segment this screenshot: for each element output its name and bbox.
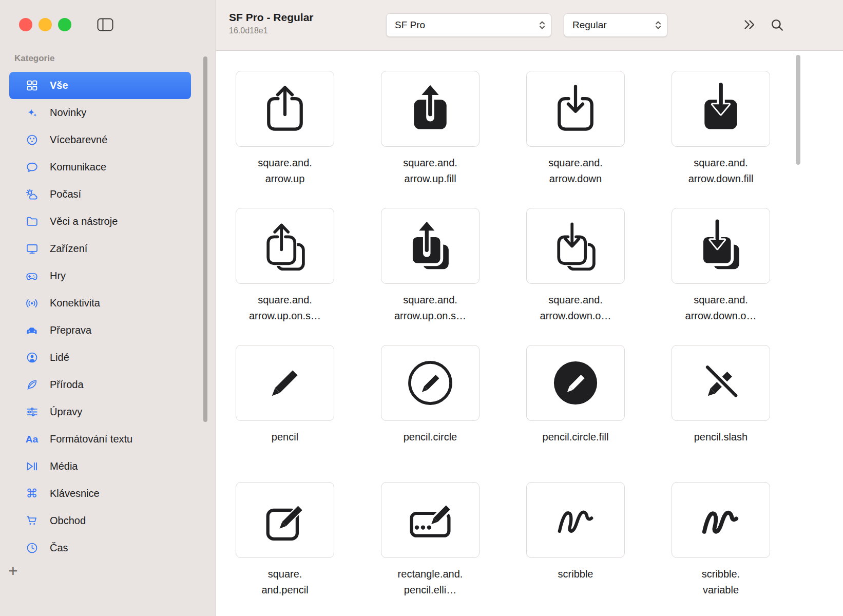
symbol-cell-square-and-arrow-up-on-square-fill[interactable]: square.and.arrow.up.on.s…	[381, 208, 480, 345]
search-button[interactable]	[770, 18, 784, 34]
sidebar-item-label: Přeprava	[50, 324, 91, 336]
sidebar-item-konektivita[interactable]: Konektivita	[9, 290, 191, 317]
multicolor-icon	[23, 131, 41, 149]
symbol-preview	[381, 71, 480, 147]
sidebar-item-veci-a-nastroje[interactable]: Věci a nástroje	[9, 208, 191, 235]
sidebar-item-zarizeni[interactable]: Zařízení	[9, 235, 191, 262]
symbol-cell-square-and-arrow-down[interactable]: square.and.arrow.down	[526, 71, 625, 208]
symbol-preview	[672, 208, 770, 284]
clock-icon	[23, 540, 41, 557]
sidebar-item-novinky[interactable]: Novinky	[9, 99, 191, 126]
square-and-arrow-up-on-square-fill-icon	[404, 219, 457, 273]
square-and-arrow-up-icon	[258, 82, 312, 136]
symbol-preview	[381, 482, 480, 558]
gamecontroller-icon	[23, 267, 41, 285]
symbol-preview	[236, 345, 334, 421]
sidebar-item-label: Čas	[50, 542, 68, 554]
popup-stepper-icon	[655, 20, 662, 30]
sidebar-item-label: Formátování textu	[50, 433, 132, 445]
symbol-cell-square-and-arrow-down-on-square-fill[interactable]: square.and.arrow.down.o…	[672, 208, 770, 345]
symbol-cell-scribble[interactable]: scribble	[526, 482, 625, 616]
play-bars-icon	[23, 458, 41, 475]
symbol-cell-pencil-circle-fill[interactable]: pencil.circle.fill	[526, 345, 625, 482]
sidebar-item-label: Počasí	[50, 188, 81, 200]
textformat-icon: Aa	[23, 431, 41, 448]
pencil-icon	[258, 356, 312, 410]
scribble-variable-icon	[694, 493, 748, 547]
minimize-button[interactable]	[39, 18, 52, 31]
symbol-grid: square.and.arrow.up square.and.arrow.up.…	[216, 51, 843, 616]
symbol-cell-square-and-arrow-up-fill[interactable]: square.and.arrow.up.fill	[381, 71, 480, 208]
popup-stepper-icon	[539, 20, 546, 30]
version-subtitle: 16.0d18e1	[229, 26, 314, 35]
sidebar-item-vse[interactable]: Vše	[9, 72, 191, 99]
sidebar-item-formatovani-textu[interactable]: Aa Formátování textu	[9, 426, 191, 453]
square-grid-2x2-icon	[23, 77, 41, 94]
symbol-preview	[672, 482, 770, 558]
sidebar-item-label: Zařízení	[50, 243, 87, 255]
symbol-preview	[526, 208, 625, 284]
sidebar-item-klavesnice[interactable]: ⌘ Klávesnice	[9, 480, 191, 507]
sidebar-item-label: Úpravy	[50, 406, 82, 418]
close-button[interactable]	[19, 18, 32, 31]
symbol-name: square.and.arrow.up	[236, 155, 334, 187]
symbol-name: pencil.circle	[381, 429, 480, 445]
page-title: SF Pro - Regular	[229, 11, 314, 24]
main-area: SF Pro - Regular 16.0d18e1 SF Pro Regula…	[216, 0, 843, 616]
zoom-button[interactable]	[58, 18, 71, 31]
sidebar-section-title: Kategorie	[14, 53, 54, 64]
symbol-cell-square-and-pencil[interactable]: square.and.pencil	[236, 482, 334, 616]
sidebar-item-obchod[interactable]: Obchod	[9, 507, 191, 534]
sidebar-item-cas[interactable]: Čas	[9, 534, 191, 562]
sidebar-item-upravy[interactable]: Úpravy	[9, 398, 191, 426]
traffic-lights	[19, 18, 71, 31]
add-button[interactable]: +	[8, 563, 18, 579]
symbol-name: square.and.arrow.up.on.s…	[236, 292, 334, 324]
square-and-arrow-down-icon	[549, 82, 602, 136]
square-and-arrow-down-on-square-icon	[549, 219, 602, 273]
sidebar-toggle-button[interactable]	[97, 18, 113, 33]
folder-icon	[23, 213, 41, 230]
symbol-cell-square-and-arrow-up[interactable]: square.and.arrow.up	[236, 71, 334, 208]
symbol-cell-square-and-arrow-down-on-square[interactable]: square.and.arrow.down.o…	[526, 208, 625, 345]
sidebar-item-preprava[interactable]: Přeprava	[9, 317, 191, 344]
symbol-cell-scribble-variable[interactable]: scribble.variable	[672, 482, 770, 616]
symbol-cell-rectangle-and-pencil-ellipsis[interactable]: rectangle.and.pencil.elli…	[381, 482, 480, 616]
sidebar-item-label: Konektivita	[50, 297, 100, 309]
sidebar-item-vicebarevne[interactable]: Vícebarevné	[9, 126, 191, 153]
cloud-sun-icon	[23, 186, 41, 203]
sidebar-item-pocasi[interactable]: Počasí	[9, 181, 191, 208]
symbol-name: scribble	[526, 566, 625, 582]
search-icon	[770, 18, 784, 32]
rectangle-and-pencil-ellipsis-icon	[404, 493, 457, 547]
symbol-cell-pencil-circle[interactable]: pencil.circle	[381, 345, 480, 482]
car-icon	[23, 322, 41, 339]
symbol-cell-square-and-arrow-down-fill[interactable]: square.and.arrow.down.fill	[672, 71, 770, 208]
symbol-cell-square-and-arrow-up-on-square[interactable]: square.and.arrow.up.on.s…	[236, 208, 334, 345]
symbol-name: rectangle.and.pencil.elli…	[381, 566, 480, 598]
symbol-preview	[236, 71, 334, 147]
sidebar-item-hry[interactable]: Hry	[9, 262, 191, 290]
symbol-preview	[381, 208, 480, 284]
symbol-preview	[236, 208, 334, 284]
symbol-name: square.and.arrow.up.on.s…	[381, 292, 480, 324]
symbol-name: square.and.arrow.down.fill	[672, 155, 770, 187]
sidebar-item-media[interactable]: Média	[9, 453, 191, 480]
category-list: Vše Novinky Vícebarevn	[9, 72, 191, 562]
sidebar-item-priroda[interactable]: Příroda	[9, 371, 191, 398]
font-popup-value: SF Pro	[395, 20, 425, 31]
speech-bubble-icon	[23, 159, 41, 176]
weight-popup-button[interactable]: Regular	[564, 13, 667, 37]
toolbar: SF Pro - Regular 16.0d18e1 SF Pro Regula…	[216, 0, 843, 51]
symbol-cell-pencil-slash[interactable]: pencil.slash	[672, 345, 770, 482]
sidebar-scrollbar[interactable]	[203, 56, 207, 422]
symbol-cell-pencil[interactable]: pencil	[236, 345, 334, 482]
font-popup-button[interactable]: SF Pro	[386, 13, 551, 37]
sidebar-item-lide[interactable]: Lidé	[9, 344, 191, 371]
symbol-preview	[672, 71, 770, 147]
toolbar-overflow-button[interactable]	[743, 19, 756, 32]
sidebar-item-komunikace[interactable]: Komunikace	[9, 153, 191, 181]
symbol-name: square.and.arrow.down.o…	[526, 292, 625, 324]
square-and-arrow-down-on-square-fill-icon	[694, 219, 748, 273]
content-scrollbar[interactable]	[796, 55, 800, 165]
